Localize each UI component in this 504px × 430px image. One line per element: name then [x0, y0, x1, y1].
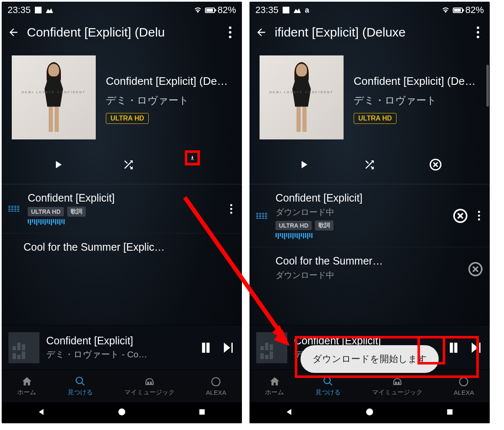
- track-row[interactable]: 2 Cool for the Summer [Explic…: [2, 233, 242, 263]
- play-button[interactable]: [296, 157, 311, 172]
- system-back-button[interactable]: [285, 407, 294, 418]
- clock: 23:35: [8, 5, 31, 16]
- next-button[interactable]: [220, 340, 235, 355]
- system-home-button[interactable]: [117, 407, 126, 418]
- track-title: Cool for the Summer [Explic…: [24, 241, 235, 253]
- notification-icon: [283, 7, 289, 13]
- album-artist[interactable]: デミ・ロヴァート: [106, 94, 232, 107]
- back-button[interactable]: [8, 26, 19, 38]
- svg-point-7: [324, 377, 330, 383]
- svg-rect-3: [199, 409, 205, 415]
- shuffle-button[interactable]: [121, 157, 136, 172]
- play-button[interactable]: [50, 157, 66, 172]
- album-actions: [2, 144, 242, 184]
- pause-button[interactable]: [198, 340, 213, 355]
- next-button[interactable]: [468, 340, 483, 355]
- track-badge: 歌詞: [67, 207, 86, 217]
- nav-find[interactable]: 見つける: [315, 376, 341, 396]
- nav-alexa[interactable]: ALEXA: [206, 376, 226, 396]
- track-status: ダウンロード中: [276, 270, 461, 281]
- cancel-download-button[interactable]: [428, 157, 443, 172]
- wifi-icon: [193, 6, 202, 14]
- download-toast: ダウンロードを開始します: [301, 345, 439, 373]
- nav-home[interactable]: ホーム: [265, 376, 284, 396]
- now-playing-icon: [8, 206, 21, 212]
- scrollbar[interactable]: [486, 65, 489, 107]
- mini-player-title: Confident [Explicit]: [46, 335, 192, 347]
- system-recent-button[interactable]: [197, 407, 207, 418]
- cancel-track-download-button[interactable]: [468, 262, 483, 277]
- nav-home[interactable]: ホーム: [17, 376, 36, 396]
- status-bar: 23:35 82%: [2, 2, 242, 17]
- mini-player-thumbnail: [256, 332, 287, 363]
- system-nav-bar: [249, 402, 490, 423]
- svg-point-9: [366, 409, 373, 416]
- battery-percent: 82%: [465, 5, 484, 16]
- track-badge: ULTRA HD: [28, 207, 64, 216]
- svg-point-0: [76, 377, 82, 383]
- now-playing-icon: [256, 213, 269, 219]
- shuffle-button[interactable]: [362, 157, 377, 172]
- album-title: Confident [Explicit] (De…: [354, 75, 480, 88]
- cancel-track-download-button[interactable]: [453, 208, 468, 223]
- ultra-hd-badge: ULTRA HD: [354, 113, 396, 124]
- svg-point-1: [212, 378, 220, 386]
- overflow-menu-button[interactable]: [224, 26, 236, 38]
- system-recent-button[interactable]: [445, 407, 454, 418]
- track-list: Confident [Explicit] ULTRA HD 歌詞 2 Cool …: [2, 184, 242, 263]
- track-title: Cool for the Summer…: [276, 255, 461, 267]
- wifi-icon: [441, 6, 450, 14]
- track-title: Confident [Explicit]: [276, 192, 446, 204]
- amazon-icon: a: [305, 6, 309, 15]
- track-overflow-button[interactable]: [475, 211, 483, 220]
- track-row[interactable]: Confident [Explicit] ダウンロード中 ULTRA HD 歌詞: [249, 184, 490, 247]
- track-badge: ULTRA HD: [276, 221, 312, 230]
- battery-icon: [453, 8, 463, 13]
- status-bar: 23:35 a 82%: [249, 2, 490, 17]
- track-badge: 歌詞: [315, 220, 333, 231]
- audio-bars-icon: [276, 233, 446, 239]
- track-list: Confident [Explicit] ダウンロード中 ULTRA HD 歌詞…: [249, 184, 490, 291]
- overflow-menu-button[interactable]: [472, 26, 484, 38]
- bottom-nav: ホーム 見つける マイミュージック ALEXA: [249, 370, 490, 402]
- clock: 23:35: [255, 5, 278, 16]
- track-status: ダウンロード中: [276, 207, 446, 218]
- image-notification-icon: [294, 7, 301, 13]
- audio-bars-icon: [28, 219, 220, 225]
- nav-library[interactable]: マイミュージック: [124, 376, 175, 396]
- download-button[interactable]: [185, 150, 200, 165]
- back-button[interactable]: [255, 26, 267, 38]
- system-nav-bar: [2, 402, 242, 423]
- track-overflow-button[interactable]: [227, 204, 235, 214]
- track-row[interactable]: Confident [Explicit] ULTRA HD 歌詞: [2, 184, 242, 233]
- svg-point-2: [118, 409, 126, 416]
- page-title: ifident [Explicit] (Deluxe: [275, 25, 465, 39]
- page-title: Confident [Explicit] (Delu: [27, 25, 217, 39]
- album-header: DEMI LOVATO CONFIDENT Confident [Explici…: [2, 48, 242, 144]
- phone-right: 23:35 a 82% ifident [Explicit] (Deluxe D…: [249, 2, 490, 423]
- bottom-nav: ホーム 見つける マイミュージック ALEXA: [2, 370, 242, 402]
- nav-alexa[interactable]: ALEXA: [454, 376, 474, 396]
- system-back-button[interactable]: [37, 407, 46, 418]
- svg-point-8: [460, 378, 468, 386]
- app-header: Confident [Explicit] (Delu: [2, 17, 242, 48]
- notification-icon: [35, 7, 42, 13]
- album-title: Confident [Explicit] (De…: [106, 75, 232, 88]
- track-row[interactable]: Cool for the Summer… ダウンロード中: [249, 247, 490, 291]
- album-header: DEMI LOVATO CONFIDENT Confident [Explici…: [249, 48, 490, 144]
- album-artist[interactable]: デミ・ロヴァート: [354, 94, 480, 107]
- album-actions: [249, 144, 490, 184]
- pause-button[interactable]: [446, 340, 461, 355]
- nav-library[interactable]: マイミュージック: [372, 376, 423, 396]
- album-cover[interactable]: DEMI LOVATO CONFIDENT: [260, 55, 344, 139]
- track-title: Confident [Explicit]: [28, 192, 220, 204]
- mini-player[interactable]: Confident [Explicit] デミ・ロヴァート - Co…: [2, 325, 242, 370]
- nav-find[interactable]: 見つける: [68, 376, 93, 396]
- system-home-button[interactable]: [365, 407, 374, 418]
- svg-rect-10: [447, 409, 452, 415]
- app-header: ifident [Explicit] (Deluxe: [249, 17, 490, 48]
- mini-player-artist: デミ・ロヴァート - Co…: [46, 349, 192, 360]
- album-cover[interactable]: DEMI LOVATO CONFIDENT: [12, 55, 96, 139]
- phone-left: 23:35 82% Confident [Explicit] (Delu DEM…: [2, 2, 242, 423]
- ultra-hd-badge: ULTRA HD: [106, 113, 149, 124]
